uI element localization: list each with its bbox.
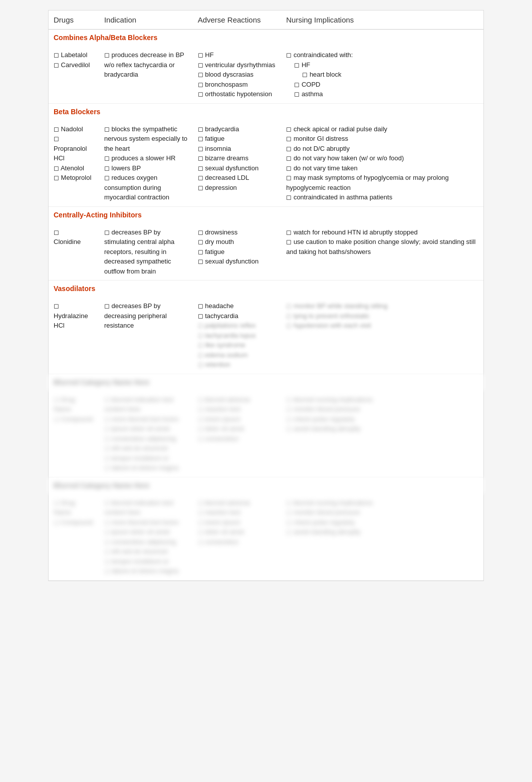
adverse-cell: ◻ blurred adverse◻ reaction text◻ lorem … [193, 391, 282, 477]
main-container: Drugs Indication Adverse Reactions Nursi… [48, 10, 484, 581]
indication-cell: ◻ produces decrease in BP w/o reflex tac… [99, 46, 193, 103]
drugs-cell: ◻ Labetalol◻ Carvedilol [49, 46, 99, 103]
nursing-cell: ◻ check apical or radial pulse daily◻ mo… [281, 120, 483, 207]
category-label: Vasodilators [49, 281, 483, 298]
category-label: Combines Alpha/Beta Blockers [49, 30, 483, 47]
adverse-cell: ◻ bradycardia◻ fatigue◻ insomnia◻ bizarr… [193, 120, 282, 207]
table-row: ◻ Labetalol◻ Carvedilol◻ produces decrea… [49, 46, 483, 103]
category-row: Blurred Category Name Here [49, 477, 483, 494]
nursing-cell: ◻ monitor BP while standing sitting◻ lyi… [281, 297, 483, 374]
adverse-cell: ◻ headache◻ tachycardia◻ palpitations re… [193, 297, 282, 374]
indication-cell: ◻ blurred indication text content here◻ … [99, 391, 193, 477]
indication-cell: ◻ decreases BP by stimulating central al… [99, 223, 193, 281]
indication-cell: ◻ decreases BP by decreasing peripheral … [99, 297, 193, 374]
indication-cell: ◻ blurred indication text content here◻ … [99, 494, 193, 581]
category-label: Beta Blockers [49, 103, 483, 120]
category-label: Centrally-Acting Inhibitors [49, 206, 483, 223]
table-row: ◻Clonidine◻ decreases BP by stimulating … [49, 223, 483, 281]
drugs-cell: ◻ Nadolol◻ Propranolol HCl◻ Atenolol◻ Me… [49, 120, 99, 207]
nursing-cell: ◻ contraindicated with: ◻ HF ◻ heart blo… [281, 46, 483, 103]
header-drugs: Drugs [49, 11, 99, 30]
category-row: Vasodilators [49, 281, 483, 298]
adverse-cell: ◻ HF◻ ventricular dysrhythmias◻ blood dy… [193, 46, 282, 103]
table-row: ◻ Nadolol◻ Propranolol HCl◻ Atenolol◻ Me… [49, 120, 483, 207]
nursing-cell: ◻ watch for rebound HTN id abruptly stop… [281, 223, 483, 281]
table-row: ◻Hydralazine HCl◻ decreases BP by decrea… [49, 297, 483, 374]
category-label: Blurred Category Name Here [49, 477, 483, 494]
header-adverse: Adverse Reactions [193, 11, 282, 30]
drug-table: Drugs Indication Adverse Reactions Nursi… [49, 11, 483, 581]
nursing-cell: ◻ blurred nursing implications◻ monitor … [281, 494, 483, 581]
drugs-cell: ◻Clonidine [49, 223, 99, 281]
table-row: ◻ Drug Name◻ Compound◻ blurred indicatio… [49, 494, 483, 581]
header-indication: Indication [99, 11, 193, 30]
drugs-cell: ◻ Drug Name◻ Compound [49, 494, 99, 581]
adverse-cell: ◻ drowsiness◻ dry mouth◻ fatigue◻ sexual… [193, 223, 282, 281]
category-row: Blurred Category Name Here [49, 374, 483, 391]
drugs-cell: ◻ Drug Name◻ Compound [49, 391, 99, 477]
category-label: Blurred Category Name Here [49, 374, 483, 391]
header-nursing: Nursing Implications [281, 11, 483, 30]
table-row: ◻ Drug Name◻ Compound◻ blurred indicatio… [49, 391, 483, 477]
category-row: Combines Alpha/Beta Blockers [49, 30, 483, 47]
nursing-cell: ◻ blurred nursing implications◻ monitor … [281, 391, 483, 477]
category-row: Centrally-Acting Inhibitors [49, 206, 483, 223]
indication-cell: ◻ blocks the sympathetic nervous system … [99, 120, 193, 207]
category-row: Beta Blockers [49, 103, 483, 120]
drugs-cell: ◻Hydralazine HCl [49, 297, 99, 374]
adverse-cell: ◻ blurred adverse◻ reaction text◻ lorem … [193, 494, 282, 581]
